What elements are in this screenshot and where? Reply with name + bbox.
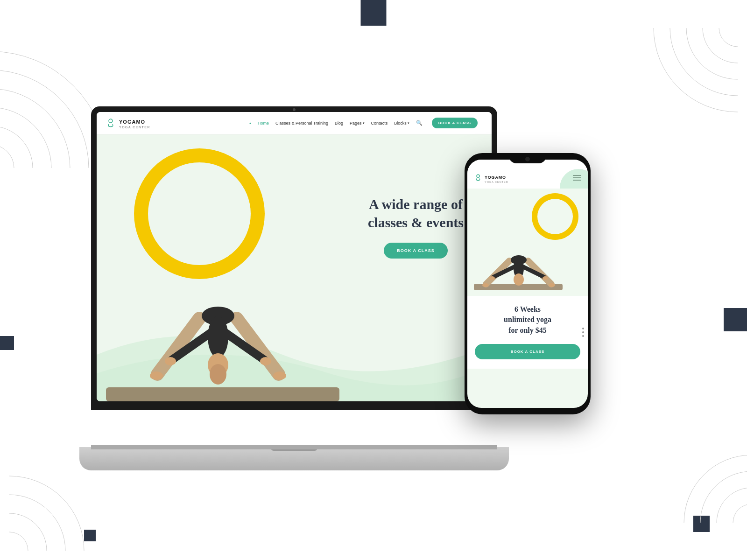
decorative-rect-top bbox=[361, 0, 387, 26]
nav-classes[interactable]: Classes & Personal Training bbox=[275, 121, 328, 126]
svg-point-16 bbox=[9, 513, 47, 551]
phone-content-card: 6 Weeks unlimited yoga for only $45 BOOK… bbox=[467, 296, 588, 369]
laptop-screen: YOGAMO YOGA CENTER ● Home Classes & Pers… bbox=[97, 112, 492, 401]
decorative-rect-right bbox=[724, 308, 747, 331]
main-scene: YOGAMO YOGA CENTER ● Home Classes & Pers… bbox=[91, 78, 605, 498]
svg-point-11 bbox=[733, 504, 747, 523]
laptop-hero-heading: A wide range of classes & events bbox=[368, 195, 464, 231]
laptop-logo-sub: YOGA CENTER bbox=[119, 126, 150, 129]
svg-point-19 bbox=[109, 119, 113, 123]
svg-point-30 bbox=[260, 357, 271, 365]
phone-dot-1 bbox=[582, 328, 584, 329]
laptop-camera bbox=[293, 108, 296, 111]
laptop-logo-name: YOGAMO bbox=[119, 119, 145, 125]
phone-dots-menu[interactable] bbox=[582, 328, 584, 337]
nav-blog[interactable]: Blog bbox=[335, 121, 343, 126]
svg-point-13 bbox=[700, 471, 747, 523]
svg-point-41 bbox=[514, 273, 524, 286]
svg-point-42 bbox=[489, 276, 495, 280]
nav-blocks[interactable]: Blocks ▾ bbox=[394, 121, 409, 126]
nav-pages[interactable]: Pages ▾ bbox=[350, 121, 365, 126]
phone-dot-3 bbox=[582, 335, 584, 337]
svg-point-33 bbox=[477, 175, 479, 177]
svg-point-8 bbox=[686, 28, 738, 79]
svg-point-43 bbox=[543, 276, 548, 280]
svg-point-14 bbox=[684, 455, 747, 523]
laptop-nav-book-button[interactable]: BOOK A CLASS bbox=[432, 118, 478, 128]
phone-logo-name: YOGAMO bbox=[485, 175, 506, 180]
decorative-rect-bottom-right bbox=[693, 516, 710, 532]
svg-point-28 bbox=[210, 364, 226, 385]
svg-point-9 bbox=[670, 28, 738, 96]
search-icon[interactable]: 🔍 bbox=[416, 120, 423, 126]
phone-card-title: 6 Weeks unlimited yoga for only $45 bbox=[475, 304, 580, 336]
laptop-body: YOGAMO YOGA CENTER ● Home Classes & Pers… bbox=[91, 106, 497, 410]
nav-home[interactable]: Home bbox=[258, 121, 269, 126]
phone-logo-text: YOGAMO YOGA CENTER bbox=[485, 172, 508, 183]
phone-hero-section bbox=[467, 189, 588, 296]
svg-point-31 bbox=[150, 371, 163, 380]
svg-point-26 bbox=[208, 316, 228, 358]
nav-contacts[interactable]: Contacts bbox=[371, 121, 388, 126]
svg-point-44 bbox=[482, 283, 489, 287]
laptop-logo: YOGAMO YOGA CENTER bbox=[105, 117, 150, 129]
phone-camera bbox=[525, 157, 530, 161]
svg-point-18 bbox=[9, 476, 84, 551]
laptop-hero-section: A wide range of classes & events BOOK A … bbox=[97, 134, 492, 401]
phone-device: YOGAMO YOGA CENTER bbox=[465, 153, 591, 414]
concentric-circles-right-top bbox=[635, 28, 738, 131]
yogamo-logo-icon bbox=[105, 118, 116, 129]
svg-point-6 bbox=[719, 28, 738, 47]
phone-yoga-person bbox=[472, 224, 565, 289]
decorative-rect-left bbox=[0, 336, 14, 350]
phone-screen: YOGAMO YOGA CENTER bbox=[467, 160, 588, 408]
laptop-hero-text: A wide range of classes & events BOOK A … bbox=[368, 195, 464, 259]
svg-point-0 bbox=[0, 145, 14, 168]
svg-point-7 bbox=[703, 28, 738, 63]
svg-point-15 bbox=[9, 532, 28, 551]
yoga-mat bbox=[106, 387, 339, 401]
svg-point-29 bbox=[165, 357, 176, 365]
laptop-base bbox=[79, 447, 509, 470]
concentric-circles-right-bottom bbox=[658, 429, 747, 523]
svg-point-32 bbox=[273, 371, 286, 380]
phone-body: YOGAMO YOGA CENTER bbox=[465, 153, 591, 414]
svg-point-2 bbox=[0, 107, 51, 168]
phone-dot-2 bbox=[582, 331, 584, 333]
phone-book-button[interactable]: BOOK A CLASS bbox=[475, 344, 580, 359]
laptop-site-menu: ● Home Classes & Personal Training Blog … bbox=[249, 118, 478, 128]
laptop-device: YOGAMO YOGA CENTER ● Home Classes & Pers… bbox=[91, 106, 497, 470]
svg-point-1 bbox=[0, 126, 33, 168]
laptop-hinge bbox=[91, 445, 497, 449]
svg-point-10 bbox=[654, 28, 738, 112]
svg-point-3 bbox=[0, 89, 70, 168]
phone-logo-icon bbox=[474, 174, 482, 182]
laptop-hero-book-button[interactable]: BOOK A CLASS bbox=[384, 243, 447, 259]
svg-point-17 bbox=[9, 495, 65, 551]
decorative-rect-bottom-left bbox=[84, 530, 96, 541]
svg-point-4 bbox=[0, 70, 89, 168]
laptop-site-nav: YOGAMO YOGA CENTER ● Home Classes & Pers… bbox=[97, 112, 492, 134]
svg-point-45 bbox=[549, 283, 555, 287]
phone-logo-sub: YOGA CENTER bbox=[485, 181, 508, 183]
yoga-person-illustration bbox=[125, 225, 311, 388]
svg-point-12 bbox=[717, 488, 747, 523]
